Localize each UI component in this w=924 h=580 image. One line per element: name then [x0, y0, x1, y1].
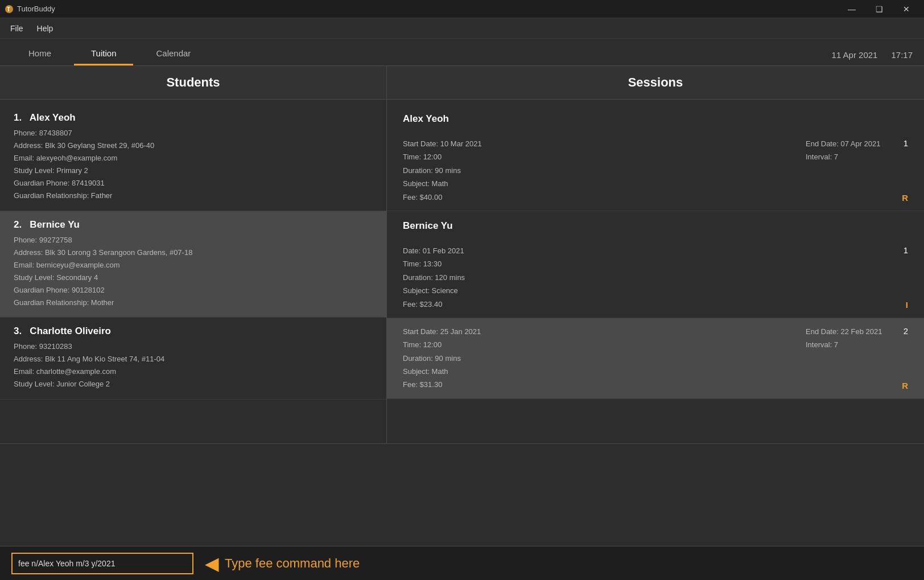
session-bernice-2[interactable]: Start Date: 25 Jan 2021 Time: 12:00 Dura…	[387, 318, 924, 399]
app-icon: T	[5, 5, 14, 14]
session-badge-alex-1: R	[902, 193, 908, 203]
main-content: Students 1. Alex Yeoh Phone: 87438807 Ad…	[0, 66, 924, 443]
close-button[interactable]: ✕	[893, 0, 919, 18]
command-input[interactable]	[11, 553, 193, 574]
tab-tuition[interactable]: Tuition	[74, 43, 133, 65]
session-bernice-1[interactable]: Date: 01 Feb 2021 Time: 13:30 Duration: …	[387, 237, 924, 318]
student-item-alex[interactable]: 1. Alex Yeoh Phone: 87438807 Address: Bl…	[0, 104, 386, 211]
session-number-bernice-2: 2	[904, 326, 908, 336]
command-bar: ◀ Type fee command here	[0, 546, 924, 580]
session-number-bernice-1: 1	[904, 245, 908, 255]
students-header: Students	[0, 66, 386, 100]
menu-help[interactable]: Help	[31, 22, 59, 35]
command-hint: Type fee command here	[225, 556, 360, 571]
session-alex-1-left: Start Date: 10 Mar 2021 Time: 12:00 Dura…	[403, 137, 806, 204]
app-title: TutorBuddy	[17, 5, 55, 13]
svg-text:T: T	[7, 6, 10, 13]
tab-calendar[interactable]: Calendar	[139, 43, 208, 65]
session-bernice-2-right: End Date: 22 Feb 2021 Interval: 7	[806, 325, 908, 392]
current-date: 11 Apr 2021	[832, 50, 878, 60]
sessions-panel: Sessions Alex Yeoh Start Date: 10 Mar 20…	[387, 66, 924, 443]
title-bar: T TutorBuddy — ❑ ✕	[0, 0, 924, 18]
session-badge-bernice-2: R	[902, 381, 908, 390]
session-bernice-2-left: Start Date: 25 Jan 2021 Time: 12:00 Dura…	[403, 325, 806, 392]
session-group-bernice: Bernice Yu	[387, 211, 924, 237]
student-item-charlotte[interactable]: 3. Charlotte Oliveiro Phone: 93210283 Ad…	[0, 318, 386, 399]
command-arrow: ◀ Type fee command here	[205, 553, 360, 574]
window-controls: — ❑ ✕	[839, 0, 919, 18]
session-bernice-1-right	[806, 244, 908, 311]
student-item-bernice[interactable]: 2. Bernice Yu Phone: 99272758 Address: B…	[0, 211, 386, 318]
session-number-alex-1: 1	[904, 138, 908, 148]
tab-bar: Home Tuition Calendar 11 Apr 2021 17:17	[0, 39, 924, 66]
title-bar-left: T TutorBuddy	[5, 5, 55, 14]
session-badge-bernice-1: I	[906, 300, 908, 310]
arrow-icon: ◀	[205, 553, 219, 574]
restore-button[interactable]: ❑	[866, 0, 892, 18]
bottom-area	[0, 443, 924, 546]
menu-bar: File Help	[0, 18, 924, 39]
students-panel: Students 1. Alex Yeoh Phone: 87438807 Ad…	[0, 66, 387, 443]
session-alex-1-right: End Date: 07 Apr 2021 Interval: 7	[806, 137, 908, 204]
student-detail-charlotte: Phone: 93210283 Address: Blk 11 Ang Mo K…	[14, 340, 373, 390]
student-name-bernice: 2. Bernice Yu	[14, 219, 373, 231]
sessions-header: Sessions	[387, 66, 924, 100]
student-name-alex: 1. Alex Yeoh	[14, 112, 373, 124]
students-list: 1. Alex Yeoh Phone: 87438807 Address: Bl…	[0, 100, 386, 443]
session-alex-1[interactable]: Start Date: 10 Mar 2021 Time: 12:00 Dura…	[387, 130, 924, 211]
tab-datetime: 11 Apr 2021 17:17	[832, 50, 913, 65]
menu-file[interactable]: File	[5, 22, 29, 35]
minimize-button[interactable]: —	[839, 0, 865, 18]
student-name-charlotte: 3. Charlotte Oliveiro	[14, 326, 373, 337]
tab-home[interactable]: Home	[11, 43, 68, 65]
student-detail-alex: Phone: 87438807 Address: Blk 30 Geylang …	[14, 127, 373, 203]
session-bernice-1-left: Date: 01 Feb 2021 Time: 13:30 Duration: …	[403, 244, 806, 311]
student-detail-bernice: Phone: 99272758 Address: Blk 30 Lorong 3…	[14, 234, 373, 310]
session-group-alex: Alex Yeoh	[387, 104, 924, 130]
current-time: 17:17	[891, 50, 913, 60]
sessions-list: Alex Yeoh Start Date: 10 Mar 2021 Time: …	[387, 100, 924, 443]
